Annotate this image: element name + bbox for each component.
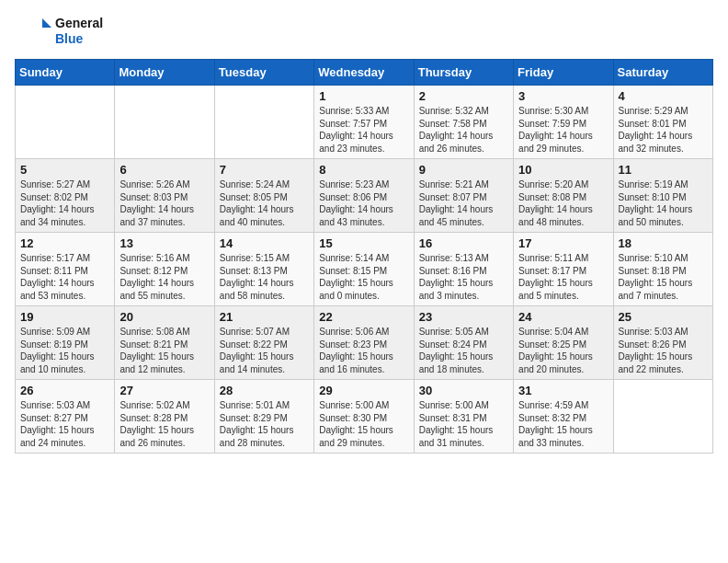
calendar-cell: 17Sunrise: 5:11 AMSunset: 8:17 PMDayligh… — [514, 233, 613, 306]
day-info: Sunrise: 5:07 AMSunset: 8:22 PMDaylight:… — [220, 326, 309, 375]
day-number: 3 — [518, 89, 608, 103]
day-number: 28 — [220, 384, 309, 397]
calendar-cell: 21Sunrise: 5:07 AMSunset: 8:22 PMDayligh… — [214, 306, 313, 380]
weekday-header: Sunday — [16, 60, 115, 86]
calendar-cell: 9Sunrise: 5:21 AMSunset: 8:07 PMDaylight… — [414, 159, 513, 233]
day-info: Sunrise: 5:17 AMSunset: 8:11 PMDaylight:… — [20, 252, 109, 302]
day-number: 5 — [20, 163, 109, 177]
calendar-cell: 3Sunrise: 5:30 AMSunset: 7:59 PMDaylight… — [514, 86, 613, 159]
day-number: 15 — [319, 236, 408, 250]
day-info: Sunrise: 4:59 AMSunset: 8:32 PMDaylight:… — [518, 399, 608, 449]
calendar-cell: 26Sunrise: 5:03 AMSunset: 8:27 PMDayligh… — [16, 380, 115, 454]
calendar-table: SundayMondayTuesdayWednesdayThursdayFrid… — [15, 59, 713, 454]
day-number: 1 — [319, 89, 408, 103]
day-info: Sunrise: 5:08 AMSunset: 8:21 PMDaylight:… — [119, 326, 209, 375]
calendar-cell: 30Sunrise: 5:00 AMSunset: 8:31 PMDayligh… — [414, 380, 513, 454]
calendar-cell: 19Sunrise: 5:09 AMSunset: 8:19 PMDayligh… — [16, 306, 115, 380]
day-number: 30 — [419, 384, 508, 397]
day-info: Sunrise: 5:03 AMSunset: 8:27 PMDaylight:… — [20, 399, 109, 449]
day-info: Sunrise: 5:23 AMSunset: 8:06 PMDaylight:… — [319, 178, 408, 228]
calendar-cell: 5Sunrise: 5:27 AMSunset: 8:02 PMDaylight… — [16, 159, 115, 233]
calendar-cell: 18Sunrise: 5:10 AMSunset: 8:18 PMDayligh… — [613, 233, 712, 306]
calendar-cell: 1Sunrise: 5:33 AMSunset: 7:57 PMDaylight… — [314, 86, 414, 159]
calendar-week-row: 1Sunrise: 5:33 AMSunset: 7:57 PMDaylight… — [16, 86, 713, 159]
day-info: Sunrise: 5:24 AMSunset: 8:05 PMDaylight:… — [220, 178, 309, 228]
calendar-cell — [613, 380, 712, 454]
calendar-cell: 4Sunrise: 5:29 AMSunset: 8:01 PMDaylight… — [613, 86, 712, 159]
day-info: Sunrise: 5:29 AMSunset: 8:01 PMDaylight:… — [619, 105, 708, 155]
day-number: 4 — [619, 89, 708, 103]
day-info: Sunrise: 5:06 AMSunset: 8:23 PMDaylight:… — [319, 326, 408, 375]
day-info: Sunrise: 5:16 AMSunset: 8:12 PMDaylight:… — [119, 252, 209, 302]
calendar-cell — [214, 86, 313, 159]
day-info: Sunrise: 5:15 AMSunset: 8:13 PMDaylight:… — [220, 252, 309, 302]
calendar-cell: 12Sunrise: 5:17 AMSunset: 8:11 PMDayligh… — [16, 233, 115, 306]
calendar-cell — [115, 86, 214, 159]
day-info: Sunrise: 5:30 AMSunset: 7:59 PMDaylight:… — [518, 105, 608, 155]
calendar-cell: 23Sunrise: 5:05 AMSunset: 8:24 PMDayligh… — [414, 306, 513, 380]
weekday-row: SundayMondayTuesdayWednesdayThursdayFrid… — [16, 60, 713, 86]
calendar-header: SundayMondayTuesdayWednesdayThursdayFrid… — [16, 60, 713, 86]
calendar-cell: 28Sunrise: 5:01 AMSunset: 8:29 PMDayligh… — [214, 380, 313, 454]
calendar-cell: 24Sunrise: 5:04 AMSunset: 8:25 PMDayligh… — [514, 306, 613, 380]
day-info: Sunrise: 5:26 AMSunset: 8:03 PMDaylight:… — [119, 178, 209, 228]
day-number: 31 — [518, 384, 608, 397]
calendar-cell: 25Sunrise: 5:03 AMSunset: 8:26 PMDayligh… — [613, 306, 712, 380]
calendar-cell: 8Sunrise: 5:23 AMSunset: 8:06 PMDaylight… — [314, 159, 414, 233]
day-number: 20 — [119, 310, 209, 324]
calendar-cell: 31Sunrise: 4:59 AMSunset: 8:32 PMDayligh… — [514, 380, 613, 454]
day-number: 29 — [319, 384, 408, 397]
day-number: 8 — [319, 163, 408, 177]
day-info: Sunrise: 5:33 AMSunset: 7:57 PMDaylight:… — [319, 105, 408, 155]
day-info: Sunrise: 5:27 AMSunset: 8:02 PMDaylight:… — [20, 178, 109, 228]
calendar-cell: 6Sunrise: 5:26 AMSunset: 8:03 PMDaylight… — [115, 159, 214, 233]
calendar-cell: 20Sunrise: 5:08 AMSunset: 8:21 PMDayligh… — [115, 306, 214, 380]
day-info: Sunrise: 5:32 AMSunset: 7:58 PMDaylight:… — [419, 105, 508, 155]
day-info: Sunrise: 5:05 AMSunset: 8:24 PMDaylight:… — [419, 326, 508, 375]
day-info: Sunrise: 5:03 AMSunset: 8:26 PMDaylight:… — [619, 326, 708, 375]
day-number: 10 — [518, 163, 608, 177]
weekday-header: Wednesday — [314, 60, 414, 86]
calendar-week-row: 19Sunrise: 5:09 AMSunset: 8:19 PMDayligh… — [16, 306, 713, 380]
calendar-week-row: 5Sunrise: 5:27 AMSunset: 8:02 PMDaylight… — [16, 159, 713, 233]
day-number: 27 — [119, 384, 209, 397]
day-number: 25 — [619, 310, 708, 324]
day-number: 2 — [419, 89, 508, 103]
weekday-header: Friday — [514, 60, 613, 86]
weekday-header: Saturday — [613, 60, 712, 86]
day-info: Sunrise: 5:01 AMSunset: 8:29 PMDaylight:… — [220, 399, 309, 449]
calendar-cell: 7Sunrise: 5:24 AMSunset: 8:05 PMDaylight… — [214, 159, 313, 233]
day-number: 26 — [20, 384, 109, 397]
calendar-cell — [16, 86, 115, 159]
day-info: Sunrise: 5:21 AMSunset: 8:07 PMDaylight:… — [419, 178, 508, 228]
day-info: Sunrise: 5:10 AMSunset: 8:18 PMDaylight:… — [619, 252, 708, 302]
calendar-cell: 11Sunrise: 5:19 AMSunset: 8:10 PMDayligh… — [613, 159, 712, 233]
day-info: Sunrise: 5:19 AMSunset: 8:10 PMDaylight:… — [619, 178, 708, 228]
day-number: 18 — [619, 236, 708, 250]
day-number: 19 — [20, 310, 109, 324]
calendar-cell: 13Sunrise: 5:16 AMSunset: 8:12 PMDayligh… — [115, 233, 214, 306]
day-info: Sunrise: 5:20 AMSunset: 8:08 PMDaylight:… — [518, 178, 608, 228]
day-number: 16 — [419, 236, 508, 250]
day-info: Sunrise: 5:00 AMSunset: 8:30 PMDaylight:… — [319, 399, 408, 449]
svg-marker-0 — [42, 18, 51, 28]
weekday-header: Thursday — [414, 60, 513, 86]
calendar-cell: 2Sunrise: 5:32 AMSunset: 7:58 PMDaylight… — [414, 86, 513, 159]
day-number: 11 — [619, 163, 708, 177]
page-header: General Blue — [15, 15, 713, 48]
day-info: Sunrise: 5:09 AMSunset: 8:19 PMDaylight:… — [20, 326, 109, 375]
calendar-week-row: 26Sunrise: 5:03 AMSunset: 8:27 PMDayligh… — [16, 380, 713, 454]
day-number: 7 — [220, 163, 309, 177]
logo-icon — [15, 15, 51, 48]
day-info: Sunrise: 5:13 AMSunset: 8:16 PMDaylight:… — [419, 252, 508, 302]
calendar-cell: 29Sunrise: 5:00 AMSunset: 8:30 PMDayligh… — [314, 380, 414, 454]
day-number: 21 — [220, 310, 309, 324]
weekday-header: Tuesday — [214, 60, 313, 86]
day-number: 14 — [220, 236, 309, 250]
day-number: 22 — [319, 310, 408, 324]
logo: General Blue — [15, 15, 103, 48]
calendar-week-row: 12Sunrise: 5:17 AMSunset: 8:11 PMDayligh… — [16, 233, 713, 306]
calendar-cell: 27Sunrise: 5:02 AMSunset: 8:28 PMDayligh… — [115, 380, 214, 454]
logo-general: General — [55, 16, 103, 31]
calendar-cell: 14Sunrise: 5:15 AMSunset: 8:13 PMDayligh… — [214, 233, 313, 306]
